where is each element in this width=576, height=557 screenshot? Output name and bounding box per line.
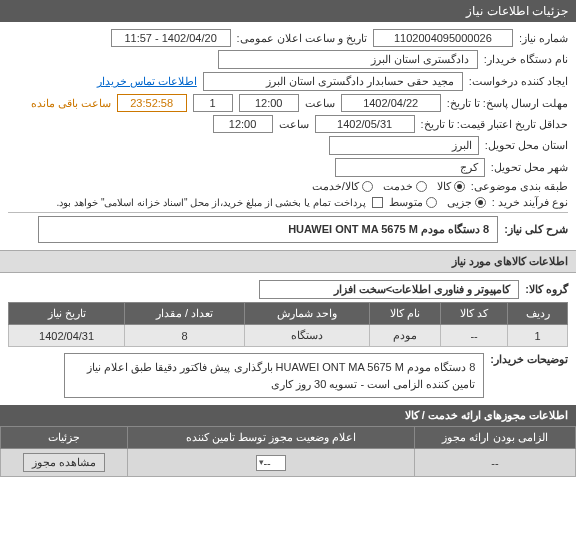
permit-details-cell: مشاهده مجوز — [1, 449, 128, 477]
view-permit-button[interactable]: مشاهده مجوز — [23, 453, 105, 472]
permit-status-cell: -- — [127, 449, 415, 477]
th-name: نام کالا — [370, 303, 441, 325]
permit-mandatory: -- — [415, 449, 576, 477]
need-no-label: شماره نیاز: — [519, 32, 568, 45]
announce-label: تاریخ و ساعت اعلان عمومی: — [237, 32, 367, 45]
radio-goods[interactable] — [454, 181, 465, 192]
radio-medium[interactable] — [426, 197, 437, 208]
goods-section-title: اطلاعات کالاهای مورد نیاز — [0, 250, 576, 273]
radio-partial[interactable] — [475, 197, 486, 208]
reply-time-field: 12:00 — [239, 94, 299, 112]
buyer-org-label: نام دستگاه خریدار: — [484, 53, 568, 66]
cell-unit: دستگاه — [245, 325, 370, 347]
need-title-label: شرح کلی نیاز: — [504, 223, 568, 236]
process-note: پرداخت تمام یا بخشی از مبلغ خرید،از محل … — [57, 197, 366, 208]
goods-table: ردیف کد کالا نام کالا واحد شمارش تعداد /… — [8, 302, 568, 347]
need-title-field: 8 دستگاه مودم HUAWEI ONT MA 5675 M — [38, 216, 498, 243]
radio-service-label: خدمت — [383, 180, 413, 193]
buyer-org-field: دادگستری استان البرز — [218, 50, 478, 69]
remaining-label: ساعت باقی مانده — [31, 97, 111, 110]
requester-label: ایجاد کننده درخواست: — [469, 75, 568, 88]
pth-mandatory: الزامی بودن ارائه مجوز — [415, 427, 576, 449]
subject-class-label: طبقه بندی موضوعی: — [471, 180, 568, 193]
radio-service[interactable] — [416, 181, 427, 192]
buyer-note-field: 8 دستگاه مودم HUAWEI ONT MA 5675 M بارگذ… — [64, 353, 484, 398]
pth-status: اعلام وضعیت مجوز توسط تامین کننده — [127, 427, 415, 449]
permits-section-title: اطلاعات مجوزهای ارائه خدمت / کالا — [0, 405, 576, 426]
remaining-field: 23:52:58 — [117, 94, 187, 112]
group-field: کامپیوتر و فناوری اطلاعات>سخت افزار — [259, 280, 519, 299]
reply-date-field: 1402/04/22 — [341, 94, 441, 112]
price-time-field: 12:00 — [213, 115, 273, 133]
price-validity-label: حداقل تاریخ اعتبار قیمت: تا تاریخ: — [421, 118, 568, 131]
pth-details: جزئیات — [1, 427, 128, 449]
process-label: نوع فرآیند خرید : — [492, 196, 568, 209]
announce-field: 1402/04/20 - 11:57 — [111, 29, 231, 47]
reply-count-field: 1 — [193, 94, 233, 112]
process-group: جزیی متوسط — [389, 196, 486, 209]
radio-both[interactable] — [362, 181, 373, 192]
price-date-field: 1402/05/31 — [315, 115, 415, 133]
radio-partial-label: جزیی — [447, 196, 472, 209]
radio-goods-label: کالا — [437, 180, 451, 193]
table-row: 1 -- مودم دستگاه 8 1402/04/31 — [9, 325, 568, 347]
radio-both-label: کالا/خدمت — [312, 180, 359, 193]
th-unit: واحد شمارش — [245, 303, 370, 325]
need-no-field: 1102004095000026 — [373, 29, 513, 47]
contact-link[interactable]: اطلاعات تماس خریدار — [97, 75, 197, 88]
reply-deadline-label: مهلت ارسال پاسخ: تا تاریخ: — [447, 97, 568, 110]
cell-date: 1402/04/31 — [9, 325, 125, 347]
time-label-2: ساعت — [279, 118, 309, 131]
permits-table: الزامی بودن ارائه مجوز اعلام وضعیت مجوز … — [0, 426, 576, 477]
time-label-1: ساعت — [305, 97, 335, 110]
main-form: شماره نیاز: 1102004095000026 تاریخ و ساع… — [0, 22, 576, 250]
page-header: جزئیات اطلاعات نیاز — [0, 0, 576, 22]
cell-qty: 8 — [125, 325, 245, 347]
cell-row: 1 — [508, 325, 568, 347]
cell-code: -- — [441, 325, 508, 347]
province-label: استان محل تحویل: — [485, 139, 568, 152]
permit-row: -- -- مشاهده مجوز — [1, 449, 576, 477]
th-code: کد کالا — [441, 303, 508, 325]
city-field: کرج — [335, 158, 485, 177]
group-label: گروه کالا: — [525, 283, 568, 296]
goods-section: گروه کالا: کامپیوتر و فناوری اطلاعات>سخت… — [0, 273, 576, 405]
subject-class-group: کالا خدمت کالا/خدمت — [312, 180, 465, 193]
province-field: البرز — [329, 136, 479, 155]
permits-section: الزامی بودن ارائه مجوز اعلام وضعیت مجوز … — [0, 426, 576, 477]
permit-status-select[interactable]: -- — [256, 455, 286, 471]
th-date: تاریخ نیاز — [9, 303, 125, 325]
radio-medium-label: متوسط — [389, 196, 423, 209]
buyer-note-label: توضیحات خریدار: — [490, 353, 568, 366]
th-row: ردیف — [508, 303, 568, 325]
city-label: شهر محل تحویل: — [491, 161, 568, 174]
page-title: جزئیات اطلاعات نیاز — [466, 4, 568, 18]
cell-name: مودم — [370, 325, 441, 347]
th-qty: تعداد / مقدار — [125, 303, 245, 325]
treasury-checkbox[interactable] — [372, 197, 383, 208]
requester-field: مجید حقی حسابدار دادگستری استان البرز — [203, 72, 463, 91]
